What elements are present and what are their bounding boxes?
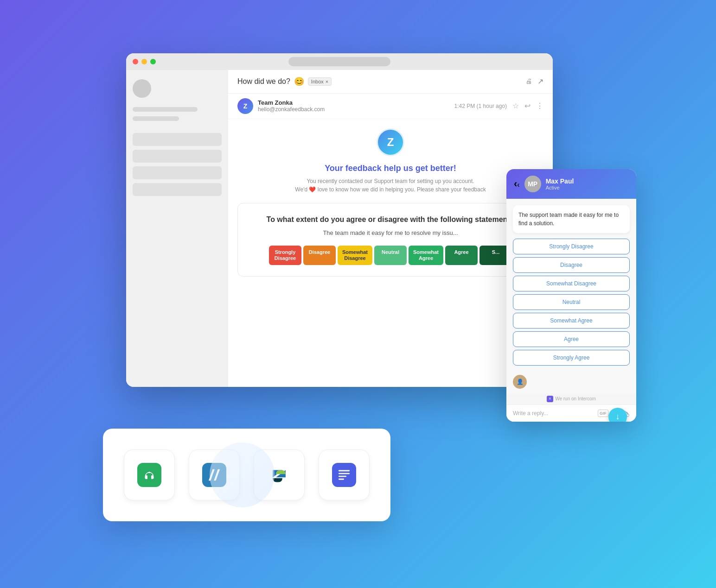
zonka-logo-text: Z (387, 136, 394, 149)
reply-icon[interactable] (524, 101, 531, 110)
svg-rect-8 (339, 475, 346, 477)
subject-emoji: 😊 (294, 76, 304, 87)
sidebar-item-4[interactable] (133, 183, 222, 196)
chat-option-agree[interactable]: Agree (513, 331, 630, 347)
svg-rect-6 (339, 470, 350, 471)
inbox-badge[interactable]: Inbox × (308, 77, 332, 86)
likert-somewhat-agree[interactable]: SomewhatAgree (409, 246, 443, 265)
sender-email-text: hello@zonkafeedback.com (258, 106, 325, 113)
email-subject-text: How did we do? (237, 77, 290, 86)
email-sidebar (126, 70, 228, 387)
chat-reply-input[interactable]: Write a reply... (513, 410, 594, 417)
chat-bottom-user-row: 👤 (506, 372, 636, 393)
chat-input-placeholder: Write a reply... (513, 410, 548, 417)
email-window: How did we do? 😊 Inbox × Z Tea (126, 53, 553, 387)
close-dot[interactable] (133, 59, 138, 64)
external-link-icon[interactable] (537, 77, 543, 86)
chat-header: ‹ MP Max Paul Active (506, 169, 636, 199)
email-header-bar: How did we do? 😊 Inbox × (228, 70, 553, 94)
scene-container: How did we do? 😊 Inbox × Z Tea (80, 39, 636, 549)
chat-intercom-bar: We run on Intercom (506, 393, 636, 405)
url-bar (288, 57, 390, 66)
chat-bottom-avatar: 👤 (513, 375, 527, 389)
chat-option-somewhat-disagree[interactable]: Somewhat Disagree (513, 276, 630, 291)
email-timestamp: 1:42 PM (1 hour ago) (454, 103, 507, 109)
inbox-badge-close[interactable]: × (326, 79, 328, 84)
survey-card: To what extent do you agree or disagree … (237, 203, 543, 277)
email-action-buttons (525, 77, 543, 86)
likert-agree[interactable]: Agree (445, 246, 478, 265)
likert-somewhat-disagree[interactable]: SomewhatDisagree (338, 246, 372, 265)
email-main-content: How did we do? 😊 Inbox × Z Tea (228, 70, 553, 387)
svg-rect-2 (151, 475, 153, 479)
chat-back-button[interactable]: ‹ (514, 178, 520, 190)
integration-panel (103, 429, 390, 521)
chat-option-somewhat-agree[interactable]: Somewhat Agree (513, 313, 630, 329)
sidebar-item-3[interactable] (133, 166, 222, 179)
chat-body: The support team made it easy for me to … (506, 199, 636, 372)
chat-powered-by: We run on Intercom (555, 396, 596, 401)
chat-user-name: Max Paul (546, 177, 574, 185)
likert-strongly-disagree[interactable]: StronglyDisagree (269, 246, 301, 265)
survey-title: Your feedback help us get better! (237, 164, 543, 173)
svg-rect-7 (339, 473, 350, 474)
survey-desc-line2: We'd ❤️ love to know how we did in helpi… (295, 186, 486, 193)
sender-info: Z Team Zonka hello@zonkafeedback.com (237, 98, 325, 114)
sidebar-line-1 (133, 107, 198, 112)
inbox-badge-label: Inbox (311, 79, 324, 84)
freshdesk-icon (137, 463, 161, 487)
gif-button[interactable]: GIF (598, 410, 608, 417)
chat-survey-message: The support team made it easy for me to … (513, 205, 630, 233)
minimize-dot[interactable] (141, 59, 147, 64)
chat-option-disagree[interactable]: Disagree (513, 257, 630, 273)
scroll-down-icon: ↓ (616, 412, 620, 422)
chat-user-status: Active (546, 185, 574, 190)
sidebar-line-2 (133, 116, 179, 121)
email-body: Z Your feedback help us get better! You … (228, 119, 553, 286)
intercom-card[interactable] (319, 449, 370, 500)
sender-name: Team Zonka (258, 99, 325, 106)
print-icon[interactable] (525, 77, 532, 86)
survey-subtext: The team made it easy for me to resolve … (247, 229, 534, 236)
chat-user-info: Max Paul Active (546, 177, 574, 190)
integration-bg-decoration (210, 443, 275, 507)
svg-rect-0 (137, 463, 161, 487)
chat-widget: ‹ MP Max Paul Active The support team ma… (506, 169, 636, 422)
star-icon[interactable] (512, 101, 519, 110)
survey-question: To what extent do you agree or disagree … (247, 215, 534, 225)
email-sender-row: Z Team Zonka hello@zonkafeedback.com 1:4… (228, 94, 553, 119)
email-subject-area: How did we do? 😊 Inbox × (237, 76, 332, 87)
likert-disagree[interactable]: Disagree (303, 246, 336, 265)
sidebar-item-1[interactable] (133, 133, 222, 146)
sidebar-avatar (133, 79, 151, 98)
maximize-dot[interactable] (150, 59, 156, 64)
svg-rect-9 (339, 478, 344, 480)
sender-avatar: Z (237, 98, 253, 114)
chat-user-avatar: MP (524, 176, 541, 192)
intercom-icon (332, 463, 356, 487)
email-titlebar (126, 53, 553, 70)
chat-option-strongly-agree[interactable]: Strongly Agree (513, 350, 630, 366)
likert-neutral[interactable]: Neutral (374, 246, 407, 265)
survey-desc: You recently contacted our Support team … (237, 177, 543, 194)
freshdesk-card[interactable] (124, 449, 175, 500)
chat-option-strongly-disagree[interactable]: Strongly Disagree (513, 239, 630, 254)
likert-scale: StronglyDisagree Disagree SomewhatDisagr… (247, 246, 534, 265)
zonka-logo: Z (377, 128, 404, 156)
svg-rect-5 (332, 463, 356, 487)
intercom-logo-icon (547, 396, 553, 402)
sender-meta-actions: 1:42 PM (1 hour ago) (454, 101, 543, 110)
survey-desc-line1: You recently contacted our Support team … (307, 178, 474, 184)
sidebar-item-2[interactable] (133, 150, 222, 163)
sender-email: hello@zonkafeedback.com (258, 106, 325, 113)
sender-details: Team Zonka hello@zonkafeedback.com (258, 99, 325, 113)
svg-rect-1 (146, 475, 147, 479)
chat-option-neutral[interactable]: Neutral (513, 294, 630, 310)
more-options-icon[interactable] (536, 101, 543, 110)
